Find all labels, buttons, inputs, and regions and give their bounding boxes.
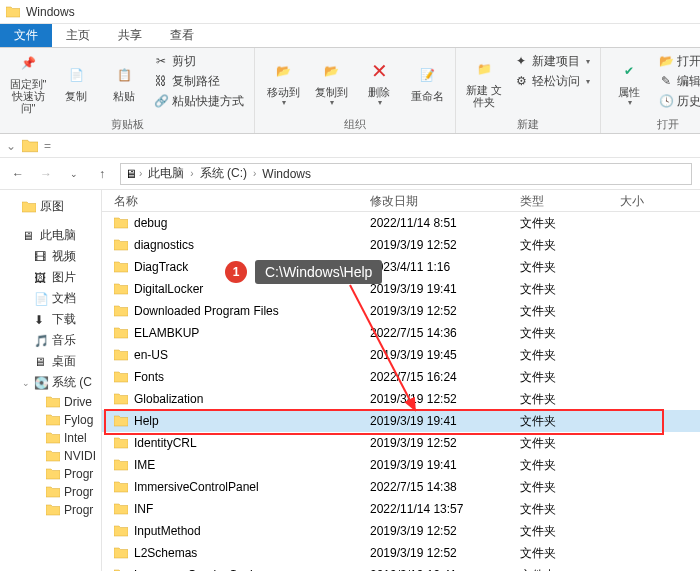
group-new: 📁新建 文件夹 ✦新建项目 ⚙轻松访问 新建 <box>456 48 601 133</box>
newfolder-button[interactable]: 📁新建 文件夹 <box>462 50 506 114</box>
tree-item[interactable]: 原图 <box>0 196 101 217</box>
col-date[interactable]: 修改日期 <box>362 190 512 211</box>
table-row[interactable]: InputMethod2019/3/19 12:52文件夹 <box>102 520 700 542</box>
folder-icon <box>114 348 128 362</box>
tree-item[interactable]: 🖥此电脑 <box>0 225 101 246</box>
up-button[interactable]: ↑ <box>92 164 112 184</box>
tree-item[interactable]: Fylog <box>0 411 101 429</box>
table-row[interactable]: en-US2019/3/19 19:45文件夹 <box>102 344 700 366</box>
table-row[interactable]: INF2022/11/14 13:57文件夹 <box>102 498 700 520</box>
file-size <box>612 286 700 292</box>
open-button[interactable]: 📂打开 <box>655 52 700 70</box>
tree-item[interactable]: Progr <box>0 483 101 501</box>
file-name: InputMethod <box>134 524 201 538</box>
tree-item[interactable]: NVIDI <box>0 447 101 465</box>
tab-home[interactable]: 主页 <box>52 24 104 47</box>
titlebar: Windows <box>0 0 700 24</box>
table-row[interactable]: LanguageOverlayCache2019/3/19 19:41文件夹 <box>102 564 700 571</box>
file-type: 文件夹 <box>512 520 612 543</box>
tab-share[interactable]: 共享 <box>104 24 156 47</box>
file-size <box>612 528 700 534</box>
file-size <box>612 396 700 402</box>
rename-button[interactable]: 📝重命名 <box>405 50 449 114</box>
file-name: DiagTrack <box>134 260 188 274</box>
copy-button[interactable]: 📄复制 <box>54 50 98 114</box>
folder-icon[interactable] <box>22 138 38 154</box>
copyto-button[interactable]: 📂复制到 <box>309 50 353 114</box>
table-row[interactable]: ELAMBKUP2022/7/15 14:36文件夹 <box>102 322 700 344</box>
file-name: IME <box>134 458 155 472</box>
tree-item[interactable]: 🎵音乐 <box>0 330 101 351</box>
nav-tree[interactable]: 原图🖥此电脑🎞视频🖼图片📄文档⬇下载🎵音乐🖥桌面⌄💽系统 (CDriveFylo… <box>0 190 102 571</box>
file-type: 文件夹 <box>512 542 612 565</box>
tree-item[interactable]: Progr <box>0 465 101 483</box>
paste-button[interactable]: 📋粘贴 <box>102 50 146 114</box>
tree-item[interactable]: ⌄💽系统 (C <box>0 372 101 393</box>
tree-item[interactable]: Drive <box>0 393 101 411</box>
recent-dropdown[interactable]: ⌄ <box>64 164 84 184</box>
col-size[interactable]: 大小 <box>612 190 700 211</box>
tree-item[interactable]: 📄文档 <box>0 288 101 309</box>
tree-item[interactable]: 🖥桌面 <box>0 351 101 372</box>
properties-button[interactable]: ✔属性 <box>607 50 651 114</box>
tree-item[interactable]: 🎞视频 <box>0 246 101 267</box>
chevron-down-icon[interactable]: ⌄ <box>6 139 16 153</box>
tree-item[interactable]: ⬇下载 <box>0 309 101 330</box>
table-row[interactable]: diagnostics2019/3/19 12:52文件夹 <box>102 234 700 256</box>
edit-button[interactable]: ✎编辑 <box>655 72 700 90</box>
moveto-button[interactable]: 📂移动到 <box>261 50 305 114</box>
col-name[interactable]: 名称 <box>102 190 362 211</box>
file-type: 文件夹 <box>512 498 612 521</box>
file-type: 文件夹 <box>512 454 612 477</box>
tree-item[interactable]: Intel <box>0 429 101 447</box>
file-type: 文件夹 <box>512 388 612 411</box>
tree-item[interactable]: 🖼图片 <box>0 267 101 288</box>
table-row[interactable]: ImmersiveControlPanel2022/7/15 14:38文件夹 <box>102 476 700 498</box>
tab-file[interactable]: 文件 <box>0 24 52 47</box>
file-date: 2019/3/19 12:52 <box>362 543 512 563</box>
file-name: Downloaded Program Files <box>134 304 279 318</box>
crumb-folder[interactable]: Windows <box>258 167 315 181</box>
chevron-right-icon: › <box>190 168 193 179</box>
forward-button[interactable]: → <box>36 164 56 184</box>
tab-view[interactable]: 查看 <box>156 24 208 47</box>
file-date: 2019/3/19 12:52 <box>362 433 512 453</box>
file-date: 2019/3/19 12:52 <box>362 235 512 255</box>
pin-button[interactable]: 📌固定到" 快速访问" <box>6 50 50 114</box>
paste-icon: 📋 <box>111 62 137 88</box>
file-name: Fonts <box>134 370 164 384</box>
table-row[interactable]: DiagTrack2023/4/11 1:16文件夹 <box>102 256 700 278</box>
moveto-icon: 📂 <box>270 58 296 84</box>
col-type[interactable]: 类型 <box>512 190 612 211</box>
table-row[interactable]: Downloaded Program Files2019/3/19 12:52文… <box>102 300 700 322</box>
table-row[interactable]: IME2019/3/19 19:41文件夹 <box>102 454 700 476</box>
folder-icon <box>46 467 60 481</box>
history-button[interactable]: 🕓历史记录 <box>655 92 700 110</box>
table-row[interactable]: DigitalLocker2019/3/19 19:41文件夹 <box>102 278 700 300</box>
column-headers[interactable]: 名称 修改日期 类型 大小 <box>102 190 700 212</box>
table-row[interactable]: debug2022/11/14 8:51文件夹 <box>102 212 700 234</box>
folder-icon <box>46 395 60 409</box>
table-row[interactable]: L2Schemas2019/3/19 12:52文件夹 <box>102 542 700 564</box>
breadcrumb[interactable]: 🖥 › 此电脑 › 系统 (C:) › Windows <box>120 163 692 185</box>
cut-button[interactable]: ✂剪切 <box>150 52 248 70</box>
crumb-drive[interactable]: 系统 (C:) <box>196 165 251 182</box>
crumb-pc[interactable]: 此电脑 <box>144 165 188 182</box>
delete-button[interactable]: ✕删除 <box>357 50 401 114</box>
easyaccess-button[interactable]: ⚙轻松访问 <box>510 72 594 90</box>
copypath-button[interactable]: ⛓复制路径 <box>150 72 248 90</box>
folder-icon <box>22 200 36 214</box>
table-row[interactable]: Help2019/3/19 19:41文件夹 <box>102 410 700 432</box>
table-row[interactable]: IdentityCRL2019/3/19 12:52文件夹 <box>102 432 700 454</box>
folder-icon <box>114 524 128 538</box>
file-date: 2019/3/19 19:41 <box>362 411 512 431</box>
tree-item[interactable]: Progr <box>0 501 101 519</box>
back-button[interactable]: ← <box>8 164 28 184</box>
file-size <box>612 264 700 270</box>
table-row[interactable]: Globalization2019/3/19 12:52文件夹 <box>102 388 700 410</box>
newitem-button[interactable]: ✦新建项目 <box>510 52 594 70</box>
file-name: DigitalLocker <box>134 282 203 296</box>
table-row[interactable]: Fonts2022/7/15 16:24文件夹 <box>102 366 700 388</box>
pasteshortcut-button[interactable]: 🔗粘贴快捷方式 <box>150 92 248 110</box>
file-size <box>612 440 700 446</box>
